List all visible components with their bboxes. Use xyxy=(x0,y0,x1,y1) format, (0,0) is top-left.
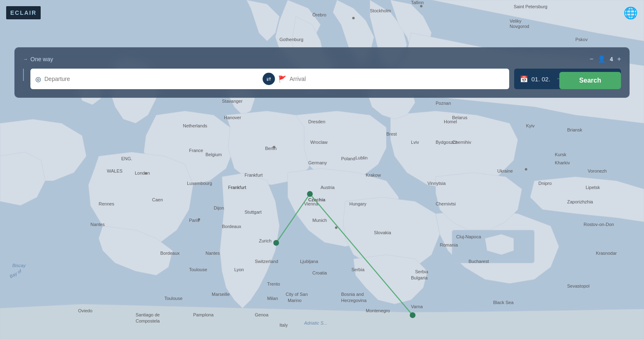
svg-text:Croatia: Croatia xyxy=(312,270,327,275)
svg-text:Stuttgart: Stuttgart xyxy=(245,210,262,214)
svg-text:Romania: Romania xyxy=(440,242,458,247)
svg-text:Bucharest: Bucharest xyxy=(469,259,489,264)
svg-text:Bulgaria: Bulgaria xyxy=(411,275,428,280)
passenger-decrease-button[interactable]: − xyxy=(590,55,593,63)
svg-text:Milan: Milan xyxy=(267,296,278,301)
departure-icon: ◎ xyxy=(35,75,41,83)
svg-text:Bosnia and: Bosnia and xyxy=(341,292,364,297)
svg-point-99 xyxy=(525,168,527,171)
svg-text:Biscay: Biscay xyxy=(12,263,26,268)
svg-text:Lublin: Lublin xyxy=(355,155,367,160)
passenger-count: 4 xyxy=(610,56,613,62)
svg-text:Austria: Austria xyxy=(321,185,335,190)
svg-text:Toulouse: Toulouse xyxy=(189,267,207,272)
passenger-increase-button[interactable]: + xyxy=(617,55,621,63)
svg-text:Saint Petersburg: Saint Petersburg xyxy=(514,4,547,9)
svg-text:Czechia: Czechia xyxy=(308,197,325,202)
svg-text:Nantes: Nantes xyxy=(90,222,105,227)
svg-text:Luxembourg: Luxembourg xyxy=(187,181,212,186)
svg-text:Slovakia: Slovakia xyxy=(374,230,391,235)
svg-text:Tallinn: Tallinn xyxy=(411,0,424,5)
passenger-icon: 👤 xyxy=(598,55,606,63)
svg-text:Stockholm: Stockholm xyxy=(370,8,391,13)
svg-text:Briansk: Briansk xyxy=(567,127,582,132)
search-input-row: ◎ ⇄ 🚩 📅 01. 02. − +/- 3 + 12:00 xyxy=(23,69,621,89)
svg-text:City of San: City of San xyxy=(286,292,308,297)
svg-text:Stavanger: Stavanger xyxy=(222,99,242,104)
svg-text:Ljubljana: Ljubljana xyxy=(300,259,319,264)
svg-text:Voronezh: Voronezh xyxy=(588,168,607,173)
trip-type-label[interactable]: → One way xyxy=(23,56,53,62)
swap-button[interactable]: ⇄ xyxy=(263,73,275,85)
date-display: 01. 02. xyxy=(531,76,550,83)
swap-icon: ⇄ xyxy=(266,76,271,82)
svg-text:Netherlands: Netherlands xyxy=(183,123,208,128)
leg-line xyxy=(23,73,24,77)
svg-text:Lyon: Lyon xyxy=(234,267,244,272)
svg-text:Poland: Poland xyxy=(341,156,355,161)
svg-text:Caen: Caen xyxy=(152,197,163,202)
svg-text:Dijon: Dijon xyxy=(214,205,224,210)
svg-text:Pskov: Pskov xyxy=(575,37,588,42)
svg-text:Germany: Germany xyxy=(308,160,327,165)
svg-text:Adriatic S...: Adriatic S... xyxy=(304,321,327,325)
svg-text:Novgorod: Novgorod xyxy=(510,24,529,29)
svg-text:Dnipro: Dnipro xyxy=(538,181,552,186)
svg-point-97 xyxy=(198,218,200,221)
arrow-icon: → xyxy=(23,56,28,62)
departure-input[interactable] xyxy=(44,76,259,82)
arrival-input[interactable] xyxy=(290,76,505,82)
svg-text:Marino: Marino xyxy=(288,298,302,303)
route-input-area: ◎ ⇄ 🚩 xyxy=(30,69,509,89)
svg-text:Sevastopol: Sevastopol xyxy=(567,284,589,288)
svg-point-101 xyxy=(420,5,422,7)
search-button[interactable]: Search xyxy=(559,72,621,89)
svg-text:Brest: Brest xyxy=(386,131,397,136)
svg-text:Serbia: Serbia xyxy=(415,269,429,274)
svg-text:Belarus: Belarus xyxy=(452,115,468,120)
svg-text:Kyiv: Kyiv xyxy=(526,123,535,128)
svg-text:Herzegovina: Herzegovina xyxy=(341,298,367,303)
svg-text:Hungary: Hungary xyxy=(349,201,367,206)
svg-text:Zurich: Zurich xyxy=(259,238,272,243)
svg-text:Oviedo: Oviedo xyxy=(78,308,92,313)
search-panel: → One way − 👤 4 + ◎ ⇄ 🚩 📅 xyxy=(14,47,630,98)
svg-text:Krakow: Krakow xyxy=(366,173,381,178)
svg-text:London: London xyxy=(135,171,150,175)
app-logo: ECLAIR xyxy=(6,6,41,19)
svg-text:Bordeaux: Bordeaux xyxy=(160,251,180,256)
svg-text:Wroclaw: Wroclaw xyxy=(310,140,328,145)
svg-text:Compostela: Compostela xyxy=(136,318,160,323)
svg-text:Italy: Italy xyxy=(279,323,288,327)
svg-text:Marseille: Marseille xyxy=(212,292,230,297)
svg-text:Lviv: Lviv xyxy=(411,140,419,145)
svg-text:Pamplona: Pamplona xyxy=(193,312,214,317)
svg-text:Kursk: Kursk xyxy=(555,152,567,157)
svg-text:Genoa: Genoa xyxy=(255,312,269,317)
svg-text:Varna: Varna xyxy=(411,304,423,309)
svg-text:Montenegro: Montenegro xyxy=(366,308,390,313)
svg-text:Gothenburg: Gothenburg xyxy=(279,37,303,42)
calendar-icon: 📅 xyxy=(520,75,528,83)
svg-text:Chernivtsi: Chernivtsi xyxy=(436,201,456,206)
svg-point-100 xyxy=(352,17,355,19)
svg-text:Frankfurt: Frankfurt xyxy=(228,185,246,190)
svg-text:Black Sea: Black Sea xyxy=(493,300,514,305)
svg-text:Trento: Trento xyxy=(267,281,280,286)
globe-icon[interactable]: 🌐 xyxy=(623,6,638,20)
svg-text:Rostov-on-Don: Rostov-on-Don xyxy=(584,222,614,227)
leg-line xyxy=(23,77,24,81)
svg-point-98 xyxy=(335,226,337,229)
svg-text:Switzerland: Switzerland xyxy=(255,259,278,264)
svg-text:Santiago de: Santiago de xyxy=(136,312,160,317)
svg-text:Dresden: Dresden xyxy=(308,119,325,124)
svg-text:Veliky: Veliky xyxy=(510,18,522,23)
svg-text:Kharkiv: Kharkiv xyxy=(555,160,570,165)
svg-text:Belgium: Belgium xyxy=(205,152,222,157)
leg-line xyxy=(23,69,24,73)
leg-indicator xyxy=(23,69,24,89)
svg-text:Nantes: Nantes xyxy=(205,251,220,256)
passenger-controls: − 👤 4 + xyxy=(590,55,621,63)
svg-text:Munich: Munich xyxy=(312,218,327,223)
panel-header: → One way − 👤 4 + xyxy=(23,55,621,63)
